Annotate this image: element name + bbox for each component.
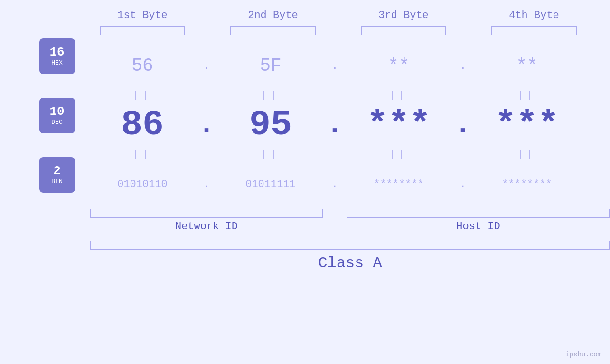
class-label: Class A (90, 254, 610, 272)
hex-label: HEX (51, 59, 62, 66)
bracket-labels: Network ID Host ID (90, 221, 610, 233)
content-area: 16 HEX 10 DEC 2 BIN (0, 44, 610, 272)
dec-row: 86 . 95 . *** . *** (90, 103, 610, 146)
hex-val-4: ** (516, 56, 538, 76)
byte-header-4: 4th Byte (482, 9, 586, 21)
network-id-label: Network ID (90, 221, 323, 233)
sep-2-3: || (347, 149, 451, 160)
dec-cell-3: *** (347, 105, 451, 145)
bin-badge: 2 BIN (39, 157, 75, 193)
dec-num: 10 (49, 105, 64, 119)
bin-dot-2: . (323, 178, 347, 190)
main-container: 1st Byte 2nd Byte 3rd Byte 4th Byte 16 H… (0, 0, 610, 364)
bracket-top-1 (100, 26, 185, 35)
bin-cell-2: 01011111 (218, 178, 323, 190)
dec-cell-4: *** (475, 105, 579, 145)
network-bracket (90, 209, 323, 218)
bin-val-1: 01010110 (117, 178, 168, 190)
hex-row: 56 . 5F . ** . ** (90, 44, 610, 87)
hex-dot-3: . (451, 57, 475, 74)
bracket-top-3 (361, 26, 446, 35)
dec-dot-3: . (451, 109, 475, 141)
byte-header-2: 2nd Byte (221, 9, 325, 21)
sep-dec-bin: || || || || (90, 146, 610, 163)
sep-2-1: || (90, 149, 195, 160)
class-bracket (90, 241, 610, 250)
hex-cell-2: 5F (218, 56, 323, 76)
sep-1-1: || (90, 90, 195, 101)
badges-column: 16 HEX 10 DEC 2 BIN (24, 44, 90, 205)
hex-cell-4: ** (475, 56, 579, 76)
bin-val-3: ******** (374, 178, 424, 190)
hex-dot-2: . (323, 57, 347, 74)
hex-num: 16 (49, 46, 64, 59)
bin-cell-4: ******** (475, 178, 579, 190)
hex-cell-3: ** (347, 56, 451, 76)
bin-cell-3: ******** (347, 178, 451, 190)
sep-1-4: || (475, 90, 579, 101)
bin-label: BIN (51, 178, 62, 185)
host-bracket (347, 209, 610, 218)
bin-dot-3: . (451, 178, 475, 190)
dec-dot-1: . (195, 109, 218, 141)
bracket-gap (323, 209, 347, 218)
hex-badge-wrapper: 16 HEX (24, 44, 90, 87)
hex-val-3: ** (388, 56, 410, 76)
bin-cell-1: 01010110 (90, 178, 195, 190)
host-id-label: Host ID (347, 221, 610, 233)
dec-val-4: *** (495, 105, 559, 145)
byte-headers: 1st Byte 2nd Byte 3rd Byte 4th Byte (77, 9, 600, 21)
sep-1-2: || (218, 90, 323, 101)
dec-val-1: 86 (121, 105, 164, 145)
bin-row: 01010110 . 01011111 . ******** . *******… (90, 163, 610, 205)
byte-header-1: 1st Byte (90, 9, 195, 21)
hex-val-2: 5F (260, 56, 282, 76)
dec-dot-2: . (323, 109, 347, 141)
bracket-top-4 (491, 26, 577, 35)
bin-num: 2 (53, 164, 61, 178)
dec-cell-1: 86 (90, 105, 195, 145)
dec-cell-2: 95 (218, 105, 323, 145)
dec-badge: 10 DEC (39, 98, 75, 133)
dec-val-3: *** (366, 105, 431, 145)
sep-hex-dec: || || || || (90, 87, 610, 103)
sep-2-2: || (218, 149, 323, 160)
hex-dot-1: . (195, 57, 218, 74)
bottom-brackets-row (90, 209, 610, 218)
top-brackets (77, 26, 600, 35)
dec-val-2: 95 (249, 105, 292, 145)
bin-val-2: 01011111 (245, 178, 296, 190)
dec-badge-wrapper: 10 DEC (24, 103, 90, 146)
hex-cell-1: 56 (90, 56, 195, 76)
bin-badge-wrapper: 2 BIN (24, 163, 90, 205)
hex-badge: 16 HEX (39, 38, 75, 74)
bin-val-4: ******** (502, 178, 552, 190)
label-gap (323, 221, 347, 233)
sep-2-4: || (475, 149, 579, 160)
watermark: ipshu.com (565, 351, 601, 358)
hex-val-1: 56 (131, 56, 153, 76)
data-area: 56 . 5F . ** . ** || || (90, 44, 610, 272)
bracket-top-2 (230, 26, 316, 35)
dec-label: DEC (51, 119, 62, 126)
sep-1-3: || (347, 90, 451, 101)
byte-header-3: 3rd Byte (351, 9, 456, 21)
bin-dot-1: . (195, 178, 218, 190)
